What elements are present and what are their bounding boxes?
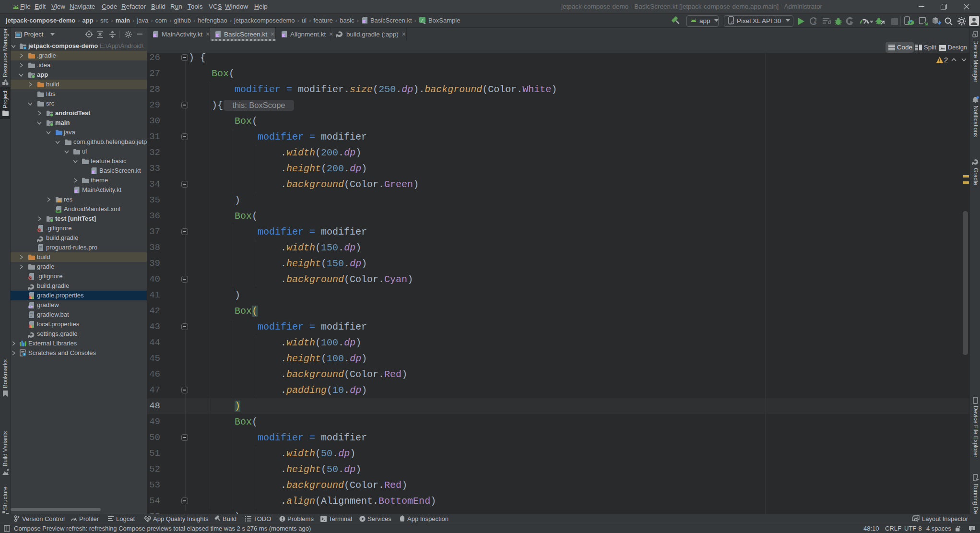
svg-text:MF: MF xyxy=(57,210,61,213)
svg-text:C++: C++ xyxy=(29,305,34,308)
svg-text:A: A xyxy=(814,20,816,25)
